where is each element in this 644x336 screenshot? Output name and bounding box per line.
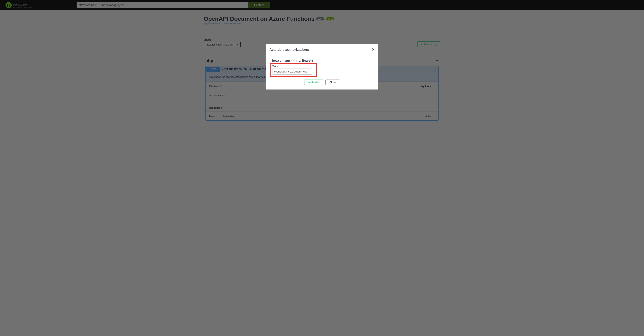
modal-authorize-button[interactable]: Authorize [304, 80, 324, 85]
scheme-name: bearer_auth [272, 59, 292, 62]
value-highlight-box: Value: [270, 63, 317, 77]
close-icon[interactable]: ✕ [372, 47, 375, 52]
auth-scheme-title: bearer_auth (http, Bearer) [272, 59, 375, 62]
bearer-token-input[interactable] [272, 69, 312, 75]
modal-title: Available authorizations [269, 48, 309, 52]
modal-close-button[interactable]: Close [326, 80, 340, 85]
authorization-modal: Available authorizations ✕ bearer_auth (… [266, 44, 378, 90]
scheme-meta: (http, Bearer) [292, 59, 313, 62]
modal-body: bearer_auth (http, Bearer) Value: Author… [266, 55, 378, 90]
modal-header: Available authorizations ✕ [266, 44, 378, 55]
modal-backdrop[interactable]: Available authorizations ✕ bearer_auth (… [0, 0, 644, 121]
value-label: Value: [272, 65, 314, 67]
modal-actions: Authorize Close [269, 80, 375, 85]
